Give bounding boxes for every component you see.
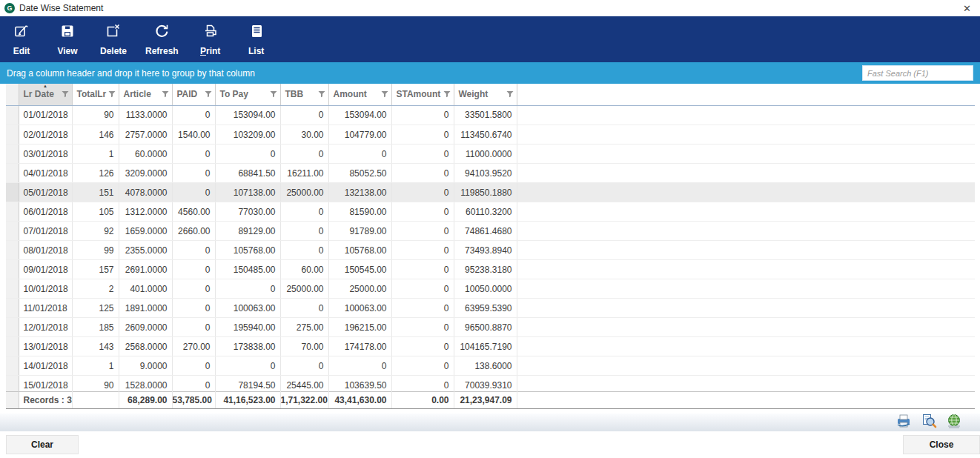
table-row[interactable]: 04/01/20181263209.0000068841.5016211.008…: [6, 164, 975, 183]
cell-paid: 0: [172, 145, 215, 164]
column-header-tbb[interactable]: TBB: [280, 84, 328, 105]
filter-icon-weight[interactable]: [506, 90, 514, 98]
filter-icon-stamount[interactable]: [443, 90, 451, 98]
export-icon[interactable]: [946, 413, 962, 432]
fast-search-input[interactable]: [862, 65, 973, 81]
cell-weight: 94103.9520: [454, 164, 517, 183]
cell-article: 1891.0000: [119, 299, 172, 318]
edit-icon: [13, 22, 30, 43]
row-indicator[interactable]: [6, 106, 19, 125]
column-header-article[interactable]: Article: [119, 84, 172, 105]
total-tbb: 1,71,322.00: [280, 391, 328, 408]
row-indicator[interactable]: [6, 299, 19, 318]
table-row[interactable]: 10/01/20182401.00000025000.0025000.00010…: [6, 279, 975, 299]
row-indicator[interactable]: [6, 318, 19, 337]
column-header-amount[interactable]: Amount: [328, 84, 391, 105]
cell-stamount: 0: [391, 222, 454, 241]
row-indicator[interactable]: [6, 376, 19, 391]
row-indicator[interactable]: [6, 164, 19, 183]
close-button[interactable]: Close: [903, 435, 980, 454]
row-indicator[interactable]: [6, 260, 19, 279]
cell-weight: 60110.3200: [454, 202, 517, 222]
list-button[interactable]: List: [242, 22, 271, 56]
table-row[interactable]: 07/01/2018921659.00002660.0089129.000917…: [6, 222, 975, 241]
cell-article: 401.0000: [119, 279, 172, 299]
group-by-bar[interactable]: Drag a column header and drop it here to…: [0, 62, 980, 84]
row-indicator[interactable]: [6, 222, 19, 241]
table-row[interactable]: 02/01/20181462757.00001540.00103209.0030…: [6, 125, 975, 145]
clear-button[interactable]: Clear: [6, 435, 79, 454]
column-header-totallr[interactable]: TotalLr: [72, 84, 119, 105]
edit-label: Edit: [13, 46, 30, 56]
column-header-paid[interactable]: PAID: [172, 84, 215, 105]
filter-icon-article[interactable]: [162, 90, 169, 98]
print-preview-icon[interactable]: [921, 413, 937, 432]
cell-totallr: 151: [72, 183, 119, 202]
cell-weight: 63959.5390: [454, 299, 517, 318]
cell-paid: 0: [172, 279, 215, 299]
delete-label: Delete: [100, 46, 127, 56]
cell-to-pay: 89129.00: [215, 222, 280, 241]
cell-paid: 4560.00: [172, 202, 215, 222]
row-indicator[interactable]: [6, 145, 19, 164]
filter-icon-amount[interactable]: [381, 90, 388, 98]
cell-article: 60.0000: [119, 145, 172, 164]
filter-icon-paid[interactable]: [205, 90, 212, 98]
row-indicator[interactable]: [6, 337, 19, 356]
grid-body[interactable]: 01/01/2018901133.00000153094.000153094.0…: [6, 106, 975, 391]
table-row[interactable]: 05/01/20181514078.00000107138.0025000.00…: [6, 183, 975, 202]
table-row[interactable]: 12/01/20181852609.00000195940.00275.0019…: [6, 318, 975, 337]
cell-amount: 103639.50: [328, 376, 391, 391]
app-icon: G: [4, 3, 15, 13]
table-row[interactable]: 08/01/2018992355.00000105768.000105768.0…: [6, 241, 975, 260]
cell-paid: 1540.00: [172, 125, 215, 145]
column-header-to-pay[interactable]: To Pay: [215, 84, 280, 105]
cell-article: 1528.0000: [119, 376, 172, 391]
cell-stamount: 0: [391, 318, 454, 337]
row-indicator[interactable]: [6, 125, 19, 145]
column-header-weight[interactable]: Weight: [454, 84, 517, 105]
cell-weight: 74861.4680: [454, 222, 517, 241]
window-close-icon[interactable]: ✕: [959, 3, 976, 14]
edit-button[interactable]: Edit: [7, 22, 36, 56]
filter-icon-lr-date[interactable]: [62, 90, 69, 98]
print-button[interactable]: Print: [196, 22, 225, 56]
cell-article: 2691.0000: [119, 260, 172, 279]
delete-button[interactable]: Delete: [99, 22, 128, 56]
cell-to-pay: 0: [215, 356, 280, 376]
row-indicator[interactable]: [6, 202, 19, 222]
column-header-lr-date[interactable]: ▲Lr Date: [19, 84, 72, 105]
cell-tbb: 25000.00: [280, 183, 328, 202]
cell-tbb: 0: [280, 202, 328, 222]
column-header-stamount[interactable]: STAmount: [391, 84, 454, 105]
cell-tbb: 275.00: [280, 318, 328, 337]
cell-paid: 0: [172, 318, 215, 337]
refresh-button[interactable]: Refresh: [145, 22, 179, 56]
column-label-lr-date: Lr Date: [24, 89, 54, 99]
cell-amount: 100063.00: [328, 299, 391, 318]
print-icon[interactable]: [895, 413, 912, 432]
row-indicator[interactable]: [6, 183, 19, 202]
filter-icon-tbb[interactable]: [318, 90, 325, 98]
row-indicator[interactable]: [6, 279, 19, 299]
cell-stamount: 0: [391, 202, 454, 222]
select-all-corner[interactable]: [6, 84, 19, 105]
table-row[interactable]: 09/01/20181572691.00000150485.0060.00150…: [6, 260, 975, 279]
filter-icon-to-pay[interactable]: [270, 90, 277, 98]
filter-icon-totallr[interactable]: [108, 90, 116, 98]
view-button[interactable]: View: [53, 22, 82, 56]
cell-tbb: 60.00: [280, 260, 328, 279]
table-row[interactable]: 13/01/20181432568.0000270.00173838.0070.…: [6, 337, 975, 356]
cell-article: 3209.0000: [119, 164, 172, 183]
records-count: Records : 33: [19, 391, 72, 408]
table-row[interactable]: 06/01/20181051312.00004560.0077030.00081…: [6, 202, 975, 222]
cell-article: 1312.0000: [119, 202, 172, 222]
table-row[interactable]: 11/01/20181251891.00000100063.000100063.…: [6, 299, 975, 318]
row-indicator[interactable]: [6, 356, 19, 376]
row-indicator[interactable]: [6, 241, 19, 260]
table-row[interactable]: 03/01/2018160.00000000011000.0000: [6, 145, 975, 164]
table-row[interactable]: 14/01/201819.000000000138.6000: [6, 356, 975, 376]
table-row[interactable]: 01/01/2018901133.00000153094.000153094.0…: [6, 106, 975, 125]
cell-article: 4078.0000: [119, 183, 172, 202]
table-row[interactable]: 15/01/2018901528.0000078194.5025445.0010…: [6, 376, 975, 391]
